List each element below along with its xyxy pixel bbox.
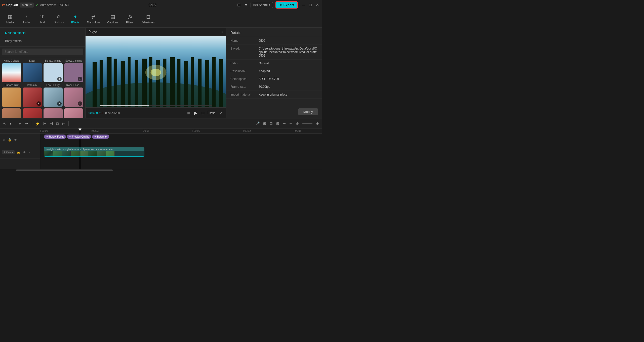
framerate-label: Frame rate: xyxy=(230,85,256,89)
export-button[interactable]: ⬆ Export xyxy=(275,1,298,9)
split-button[interactable]: ⚡ xyxy=(34,120,41,126)
effect-thumb-xmas[interactable] xyxy=(2,63,21,82)
shortcut-button[interactable]: ⌨ Shortcut xyxy=(251,2,273,8)
video-audio-button[interactable]: ♪ xyxy=(28,150,30,155)
toolbar-item-transitions[interactable]: ⇄ Transitions xyxy=(84,12,103,25)
saved-label: Saved: xyxy=(230,47,256,57)
toolbar-item-stickers[interactable]: ☺ Stickers xyxy=(51,12,67,25)
ratio-button[interactable]: Ratio xyxy=(207,111,217,115)
body-effects-tab[interactable]: Body effects xyxy=(2,38,83,44)
effect-thumb-r3-4[interactable]: ⬇ xyxy=(64,108,83,118)
effects-track-label: ☆ 🔒 👁 xyxy=(0,134,40,146)
effect-name-dizzy: Dizzy xyxy=(23,59,42,62)
toolbar-separator-2 xyxy=(32,121,32,126)
minimize-button[interactable]: ─ xyxy=(301,3,306,7)
toolbar-item-text[interactable]: T Text xyxy=(35,12,50,25)
timeline-scrollbar[interactable] xyxy=(0,169,322,171)
svg-rect-13 xyxy=(177,59,180,107)
svg-rect-4 xyxy=(114,58,117,107)
select-dropdown-button[interactable]: ▾ xyxy=(9,120,12,126)
track-star-button[interactable]: ☆ xyxy=(2,138,6,142)
trim-right-button[interactable]: ⊣ xyxy=(49,120,54,126)
name-label: Name: xyxy=(230,39,256,42)
film-frame-5 xyxy=(79,151,88,157)
zoom-in-button[interactable]: ⊕ xyxy=(315,120,320,126)
zoom-bar[interactable] xyxy=(302,123,312,124)
zoom-out-button[interactable]: ⊖ xyxy=(295,120,300,126)
scrollbar-thumb[interactable] xyxy=(16,169,113,171)
video-effects-tab[interactable]: Video effects xyxy=(2,30,83,36)
grid-view-button[interactable]: ⊞ xyxy=(186,110,190,115)
effects-search-input[interactable] xyxy=(2,49,83,55)
effect-thumb-betamax[interactable]: ⬇ xyxy=(23,88,42,107)
timeline-btn3[interactable]: ⊟ xyxy=(275,120,280,126)
toolbar-separator-1 xyxy=(15,121,15,126)
player-menu-icon[interactable]: ≡ xyxy=(221,30,223,33)
topbar: ✂ CapCut Menu ▾ ✓ Auto saved: 12:33:53 0… xyxy=(0,0,322,10)
video-track-row: Sunlight breaks through the crowns of pi… xyxy=(40,146,322,160)
video-visibility-button[interactable]: 👁 xyxy=(22,150,26,155)
details-saved-row: Saved: C:/Users/topgus_thinkpad/AppData/… xyxy=(226,45,322,60)
toolbar-item-filters[interactable]: ◎ Filters xyxy=(122,12,137,25)
framerate-value: 30.00fps xyxy=(259,85,270,89)
fit-button[interactable]: ⊡ xyxy=(201,110,205,115)
effect-tag-frosted[interactable]: ✦ Frosted Quality xyxy=(67,135,91,139)
timeline-btn4[interactable]: ⊢ xyxy=(282,120,287,126)
video-clip[interactable]: Sunlight breaks through the crowns of pi… xyxy=(44,147,144,157)
colorspace-label: Color space: xyxy=(230,77,256,81)
details-framerate-row: Frame rate: 30.00fps xyxy=(226,83,322,91)
trim-left-button[interactable]: ⊢ xyxy=(42,120,47,126)
video-lock-button[interactable]: 🔒 xyxy=(16,150,21,155)
effect-thumb-blackflash[interactable]: ⬇ xyxy=(64,88,83,107)
toolbar-item-adjustment[interactable]: ⊟ Adjustment xyxy=(138,12,158,25)
timeline-btn2[interactable]: ⊡ xyxy=(269,120,274,126)
toolbar-item-captions[interactable]: ▤ Captions xyxy=(104,12,121,25)
timeline-btn5[interactable]: ⊣ xyxy=(288,120,293,126)
effect-thumb-r3-2[interactable] xyxy=(23,108,42,118)
effect-thumb-surfaceblur[interactable] xyxy=(2,88,21,107)
play-button[interactable]: ▶ xyxy=(192,110,199,116)
svg-rect-19 xyxy=(219,59,223,107)
download-badge-lowquality: ⬇ xyxy=(57,101,62,106)
toolbar-item-media[interactable]: ▦ Media xyxy=(3,12,18,25)
effect-thumb-blura[interactable]: ⬇ xyxy=(44,63,63,82)
fullscreen-button[interactable]: ⤢ xyxy=(219,110,223,115)
video-track-label: ✎ Cover 🔒 👁 ♪ xyxy=(0,146,40,159)
marker-button[interactable]: ⊳ xyxy=(61,120,66,126)
effect-thumb-spectr[interactable]: ⬇ xyxy=(64,63,83,82)
effect-tag-betamax[interactable]: ✦ Betamax xyxy=(92,135,109,139)
toolbar-item-audio[interactable]: ♪ Audio xyxy=(19,12,34,25)
layout-dropdown-button[interactable]: ▾ xyxy=(244,2,248,8)
track-visibility-button[interactable]: 👁 xyxy=(14,138,18,142)
effect-thumb-r3-3[interactable]: ⬇ xyxy=(44,108,63,118)
magnetic-btn[interactable]: ⊞ xyxy=(262,120,267,126)
playhead[interactable] xyxy=(80,129,80,169)
menu-button[interactable]: Menu ▾ xyxy=(20,3,34,8)
effect-thumb-lowquality[interactable]: ⬇ xyxy=(44,88,63,107)
timeline-area: ↖ ▾ ↩ ↪ ⚡ ⊢ ⊣ □ ⊳ 🎤 ⊞ ⊡ ⊟ ⊢ ⊣ ⊖ ⊕ ☆ 🔒 👁 xyxy=(0,118,322,171)
maximize-button[interactable]: □ xyxy=(308,3,313,7)
timeline-toolbar: ↖ ▾ ↩ ↪ ⚡ ⊢ ⊣ □ ⊳ 🎤 ⊞ ⊡ ⊟ ⊢ ⊣ ⊖ ⊕ xyxy=(0,118,322,129)
undo-button[interactable]: ↩ xyxy=(18,120,23,126)
delete-button[interactable]: □ xyxy=(55,120,59,126)
close-button[interactable]: ✕ xyxy=(315,3,320,7)
resolution-label: Resolution: xyxy=(230,69,256,73)
edit-icon: ✎ xyxy=(4,151,6,154)
player-panel: Player ≡ xyxy=(86,28,226,118)
modify-button[interactable]: Modify xyxy=(298,108,318,115)
effect-thumb-r3-1[interactable] xyxy=(2,108,21,118)
select-tool-button[interactable]: ↖ xyxy=(2,120,7,126)
track-lock-button[interactable]: 🔒 xyxy=(7,138,12,142)
effect-thumb-dizzy[interactable] xyxy=(23,63,42,82)
stickers-icon: ☺ xyxy=(56,14,61,20)
toolbar-item-effects[interactable]: ✦ Effects xyxy=(68,12,83,25)
effect-tag-rotary[interactable]: ✦ Rotary Focus xyxy=(44,135,66,139)
layout-button[interactable]: ⊞ xyxy=(236,2,242,8)
svg-rect-15 xyxy=(191,57,194,108)
ratio-label: Ratio: xyxy=(230,62,256,65)
film-frame-4 xyxy=(71,151,79,157)
details-actions: Modify xyxy=(226,105,322,118)
video-progress-bar[interactable] xyxy=(100,105,212,106)
audio-record-button[interactable]: 🎤 xyxy=(254,120,261,126)
redo-button[interactable]: ↪ xyxy=(24,120,29,126)
